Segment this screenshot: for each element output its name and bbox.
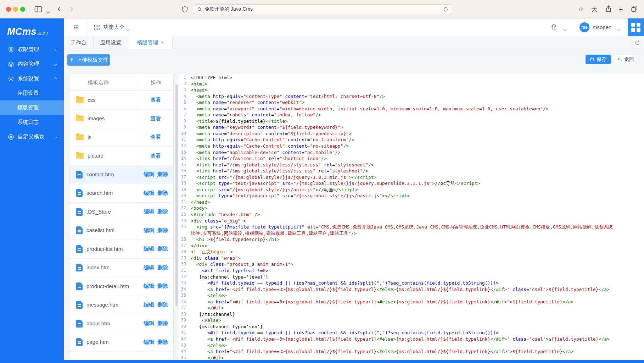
action-delete[interactable]: 删除 [157, 320, 168, 327]
window-minimize-button[interactable] [13, 7, 18, 12]
table-row[interactable]: product-detail.htm编辑删除 [69, 277, 173, 296]
code-line[interactable]: 41 <#if field.typeid == typeid || (ids?h… [179, 330, 644, 336]
code-line[interactable]: 20 <script type="text/javascript" src="/… [179, 193, 644, 199]
table-row[interactable]: contact.htm编辑删除 [69, 165, 173, 184]
action-edit[interactable]: 编辑 [144, 171, 154, 178]
action-delete[interactable]: 删除 [157, 227, 168, 234]
code-line[interactable]: 24<div class="o_big" > [179, 218, 644, 224]
action-delete[interactable]: 删除 [157, 302, 168, 308]
code-line[interactable]: 34 <a href='<#if field.type==3>{ms:globa… [179, 286, 644, 293]
code-line[interactable]: 39 <#else> [179, 317, 644, 324]
share-icon[interactable] [605, 5, 612, 13]
sidebar-item-custom-module[interactable]: 自定义模块 [0, 130, 64, 144]
code-line[interactable]: 27</div> [179, 243, 644, 249]
refresh-tab-button[interactable] [631, 36, 644, 49]
text-larger-button[interactable]: 大 [591, 5, 597, 13]
action-delete[interactable]: 删除 [157, 339, 168, 346]
action-edit[interactable]: 编辑 [144, 246, 154, 252]
action-delete[interactable]: 删除 [157, 190, 168, 197]
code-line[interactable]: 42 <a href='<#if field.type==3>{ms:globa… [179, 336, 644, 342]
action-delete[interactable]: 删除 [157, 208, 168, 215]
code-line[interactable]: 22<body> [179, 205, 644, 211]
action-edit[interactable]: 编辑 [144, 227, 154, 234]
table-row[interactable]: message.htm编辑删除 [69, 296, 173, 315]
upload-template-button[interactable]: 上传模板文件 [67, 54, 110, 66]
table-row[interactable]: index.htm编辑删除 [69, 259, 173, 277]
code-line[interactable]: 13 <meta name="applicable-device" conten… [179, 149, 644, 156]
apps-grid-button[interactable] [628, 18, 644, 36]
tabs-overview-icon[interactable] [631, 5, 638, 12]
table-row[interactable]: caselist.htm编辑删除 [69, 221, 173, 240]
window-zoom-button[interactable] [20, 7, 25, 12]
action-edit[interactable]: 编辑 [144, 339, 154, 346]
username[interactable]: msopen [593, 24, 611, 30]
feature-menu[interactable]: 功能大全 [103, 24, 124, 31]
code-line[interactable]: 37 </#if> [179, 305, 644, 311]
chevron-down-icon[interactable] [127, 26, 129, 32]
code-line[interactable]: 2<html> [179, 81, 644, 87]
code-line[interactable]: 31 <#if field.typeleaf !=0> [179, 268, 644, 274]
action-edit[interactable]: 编辑 [144, 264, 154, 271]
sidebar-item-system-log[interactable]: 系统日志 [0, 115, 64, 130]
table-row[interactable]: about.htm编辑删除 [69, 314, 173, 333]
code-line[interactable]: 17 <script src="/{ms:global.style/}js/jq… [179, 174, 644, 181]
code-line[interactable]: 7 <meta name="robots" content="index, fo… [179, 112, 644, 118]
code-line[interactable]: 14 <link href="/favicon.ico" rel="shortc… [179, 155, 644, 162]
action-delete[interactable]: 删除 [157, 171, 168, 178]
code-line[interactable]: 25 <img src="{@ms:file field.typelitpic/… [179, 224, 644, 236]
sidebar-item-system[interactable]: 系统设置 [0, 71, 64, 86]
code-line[interactable]: 10 <meta name="description" content="${f… [179, 131, 644, 137]
code-line[interactable]: 18 <script type="text/javascript" src="/… [179, 180, 644, 187]
chevron-down-icon[interactable] [564, 26, 566, 32]
save-button[interactable]: 保存 [586, 55, 611, 64]
tab-workbench[interactable]: 工作台 [64, 36, 94, 49]
back-icon[interactable]: ‹ [57, 5, 61, 12]
tab-template-manage[interactable]: 模版管理 × [128, 36, 173, 49]
avatar[interactable]: ms [579, 22, 589, 32]
action-view[interactable]: 查看 [151, 115, 161, 122]
code-line[interactable]: 8 <title>${field.typetitle}</title> [179, 118, 644, 125]
action-view[interactable]: 查看 [151, 134, 161, 141]
action-delete[interactable]: 删除 [157, 283, 168, 290]
reload-icon[interactable] [443, 7, 448, 12]
code-line[interactable]: 23<#include "header.htm" /> [179, 211, 644, 218]
code-line[interactable]: 21</head> [179, 199, 644, 205]
code-line[interactable]: 44 <a href="<#if field.type==3>{ms:globa… [179, 348, 644, 355]
table-row[interactable]: images查看 [69, 110, 173, 128]
code-line[interactable]: 12 <meta http-equiv="Cache-Control" cont… [179, 143, 644, 149]
window-close-button[interactable] [6, 7, 11, 12]
sidebar-item-app-settings[interactable]: 应用设置 [0, 86, 64, 100]
sidebar-item-content[interactable]: 内容管理 [0, 57, 64, 71]
code-line[interactable]: 40 {ms:channel type='son'} [179, 324, 644, 330]
file-panel-scrollbar[interactable] [175, 84, 178, 306]
tab-app-settings[interactable]: 应用设置 [94, 36, 128, 49]
code-line[interactable]: 38 {/ms:channel} [179, 311, 644, 318]
code-line[interactable]: 26 <h1 >${field.typedescrip}</h1> [179, 236, 644, 243]
code-line[interactable]: 43 <#else> [179, 342, 644, 349]
browser-sidebar-icon[interactable] [34, 6, 42, 12]
table-row[interactable]: .DS_Store编辑删除 [69, 203, 173, 221]
code-line[interactable]: 5 <meta name="renderer" content="webkit"… [179, 99, 644, 106]
code-line[interactable]: 1<!DOCTYPE html> [179, 75, 644, 81]
collapse-sidebar-icon[interactable] [73, 24, 79, 31]
new-tab-icon[interactable]: + [618, 5, 623, 15]
table-row[interactable]: js查看 [69, 128, 173, 147]
action-view[interactable]: 查看 [151, 153, 161, 159]
back-button[interactable]: 返回 [615, 55, 636, 64]
table-row[interactable]: picture查看 [69, 147, 173, 166]
code-line[interactable]: 11 <meta http-equiv="Cache-Control" cont… [179, 137, 644, 143]
code-line[interactable]: 29<div class="wrap"> [179, 255, 644, 262]
code-line[interactable]: 16 <link href="/{ms:global.style/}css/cs… [179, 168, 644, 174]
text-smaller-button[interactable]: 小 [579, 6, 583, 12]
chevron-down-icon[interactable] [617, 26, 620, 32]
code-line[interactable]: 4 <meta http-equiv="Content-Type" conten… [179, 93, 644, 100]
code-line[interactable]: 6 <meta name="viewport" content="width=d… [179, 106, 644, 112]
code-line[interactable]: 45 </#if> [179, 355, 644, 360]
action-edit[interactable]: 编辑 [144, 208, 154, 215]
sidebar-item-template-manage[interactable]: 模版管理 [0, 100, 64, 115]
code-line[interactable]: 33 <#if field.typeid == typeid || (ids?h… [179, 280, 644, 286]
theme-tshirt-icon[interactable] [550, 24, 558, 31]
action-edit[interactable]: 编辑 [144, 190, 154, 197]
address-bar[interactable]: 免疫开源的 Java Cms [193, 4, 452, 14]
code-line[interactable]: 9 <meta name="keywords" content="${field… [179, 124, 644, 131]
